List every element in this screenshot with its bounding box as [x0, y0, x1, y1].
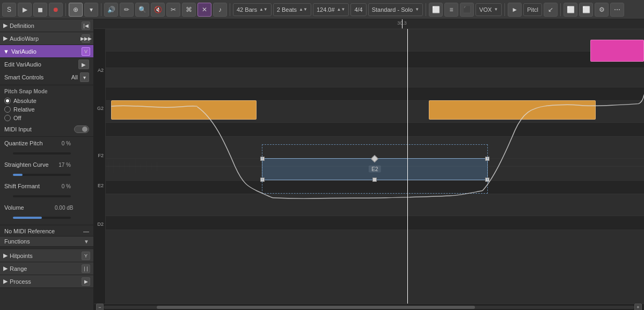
tool-zoom[interactable]: 🔍 [135, 3, 149, 17]
tool-note[interactable]: ♪ [213, 3, 227, 17]
volume-track[interactable] [13, 217, 71, 219]
range-section[interactable]: ▶ Range | | [0, 262, 93, 275]
edit-variaudio-row: Edit VariAudio ▶ [0, 58, 93, 71]
hitpoints-icon[interactable]: Y [82, 252, 90, 260]
audiowarp-badge[interactable]: ▶▶▶ [82, 34, 90, 43]
variaudio-icon[interactable]: V [82, 47, 90, 56]
grid-row-fs2 [106, 122, 644, 136]
timesig-dropdown[interactable]: 4/4 [350, 3, 366, 16]
key-d2: D2 [97, 222, 104, 227]
hitpoints-section[interactable]: ▶ Hitpoints Y [0, 249, 93, 262]
process-section[interactable]: ▶ Process ▶ [0, 275, 93, 288]
view-btn1[interactable]: ⬜ [564, 3, 577, 17]
zoom-in-btn[interactable]: + [634, 304, 642, 311]
tempo-label: 124.0# [317, 6, 335, 13]
variaudio-label: VariAudio [11, 48, 36, 55]
pitch-dropdown[interactable]: Pitcl [523, 3, 542, 16]
straighten-curve-slider-row [0, 170, 93, 181]
bars-dropdown[interactable]: 42 Bars ▲▼ [233, 3, 272, 16]
settings-btn[interactable]: ⚙ [595, 3, 609, 17]
midi-toggle[interactable] [74, 126, 89, 133]
main-area: ▶ Definition |◀ ▶ AudioWarp ▶▶▶ ▼ VariAu… [0, 19, 644, 310]
separator-6 [560, 3, 561, 16]
zoom-out-btn[interactable]: − [96, 304, 104, 311]
separator-2 [101, 3, 101, 16]
scroll-thumb[interactable] [157, 306, 475, 309]
hitpoints-arrow: ▶ [3, 252, 8, 259]
tool-speaker[interactable]: 🔊 [104, 3, 118, 17]
hitpoints-label: Hitpoints [10, 253, 33, 259]
stop-button[interactable]: ◼ [33, 3, 47, 17]
separator-5 [504, 3, 505, 16]
pitch-snap-label: Pitch Snap Mode [0, 86, 93, 95]
piano-keys: A2 G2 F2 E2 D2 [94, 29, 106, 304]
grid-row-b2 [106, 51, 644, 68]
tool-warp[interactable]: ✕ [197, 3, 211, 17]
range-label: Range [10, 265, 27, 272]
layout-btn1[interactable]: ⬜ [429, 3, 443, 17]
straighten-curve-track[interactable] [13, 174, 71, 176]
play-button[interactable]: ▶ [18, 3, 32, 17]
note-orange-left[interactable] [111, 100, 257, 120]
definition-expand[interactable]: |◀ [82, 21, 90, 30]
tool-mute[interactable]: 🔇 [151, 3, 165, 17]
definition-arrow: ▶ [3, 22, 8, 29]
shift-formant-label: Shift Formant [4, 183, 53, 189]
grid-area[interactable]: E2 [106, 29, 644, 304]
straighten-curve-label: Straighten Curve [4, 161, 53, 168]
audiowarp-section[interactable]: ▶ AudioWarp ▶▶▶ [0, 32, 93, 45]
separator-1 [65, 3, 66, 16]
functions-label: Functions [4, 238, 82, 245]
range-icon[interactable]: | | [82, 264, 90, 273]
bottom-scrollbar: − + [94, 304, 644, 310]
process-label: Process [10, 278, 31, 285]
tempo-dropdown[interactable]: 124.0# ▲▼ [313, 3, 349, 16]
radio-off[interactable]: Off [4, 114, 89, 122]
tool-cut[interactable]: ✂ [166, 3, 180, 17]
main-toolbar: S ▶ ◼ ⏺ ⊕ ▾ 🔊 ✏ 🔍 🔇 ✂ ⌘ ✕ ♪ 42 Bars ▲▼ 2… [0, 0, 644, 19]
functions-row[interactable]: Functions ▼ [0, 236, 93, 247]
layout-btn2[interactable]: ≡ [444, 3, 458, 17]
mode-dropdown[interactable]: Standard - Solo ▼ [368, 3, 423, 16]
divider-4 [0, 248, 93, 248]
process-arrow: ▶ [3, 278, 8, 285]
tool-cursor[interactable]: ⊕ [69, 3, 83, 17]
logo-button[interactable]: S [2, 3, 16, 17]
tool-glue[interactable]: ⌘ [182, 3, 196, 17]
layout-btn3[interactable]: ⬛ [460, 3, 474, 17]
beats-dropdown[interactable]: 2 Beats ▲▼ [273, 3, 311, 16]
divider-3 [0, 225, 93, 225]
view-btn2[interactable]: ⬜ [579, 3, 593, 17]
channel-dropdown[interactable]: VOX ▼ [475, 3, 502, 16]
tool-pencil[interactable]: ✏ [120, 3, 134, 17]
right-area: 30.3 A2 G2 F2 E2 D2 [94, 19, 644, 310]
tool-dropdown[interactable]: ▾ [84, 3, 98, 17]
radio-absolute[interactable]: Absolute [4, 97, 89, 105]
scroll-track[interactable] [104, 306, 634, 309]
process-icon[interactable]: ▶ [82, 277, 90, 286]
bars-label: 42 Bars [237, 6, 257, 13]
definition-section[interactable]: ▶ Definition |◀ [0, 19, 93, 32]
pitch-icon[interactable]: ↙ [544, 3, 558, 17]
extra-btn[interactable]: ⋯ [610, 3, 624, 17]
shift-formant-track[interactable] [13, 195, 71, 197]
radio-relative[interactable]: Relative [4, 105, 89, 114]
edit-variaudio-btn[interactable]: ▶ [78, 60, 89, 69]
definition-label: Definition [10, 23, 34, 29]
separator-3 [230, 3, 230, 16]
note-orange-right[interactable] [429, 100, 596, 120]
variaudio-section[interactable]: ▼ VariAudio V [0, 45, 93, 58]
timesig-label: 4/4 [354, 6, 362, 13]
key-f2: F2 [98, 153, 104, 158]
smart-controls-btn[interactable]: ▾ [80, 72, 89, 82]
mode-label: Standard - Solo [372, 6, 413, 13]
functions-arrow: ▼ [84, 239, 89, 245]
pitch-btn[interactable]: ► [508, 3, 522, 17]
divider-2 [0, 136, 93, 137]
no-midi-btn[interactable]: — [83, 228, 89, 234]
record-button[interactable]: ⏺ [49, 3, 63, 17]
audiowarp-label: AudioWarp [10, 35, 39, 42]
note-pink[interactable] [590, 40, 644, 62]
quantize-pitch-track[interactable] [13, 152, 71, 154]
piano-roll[interactable]: A2 G2 F2 E2 D2 [94, 29, 644, 304]
